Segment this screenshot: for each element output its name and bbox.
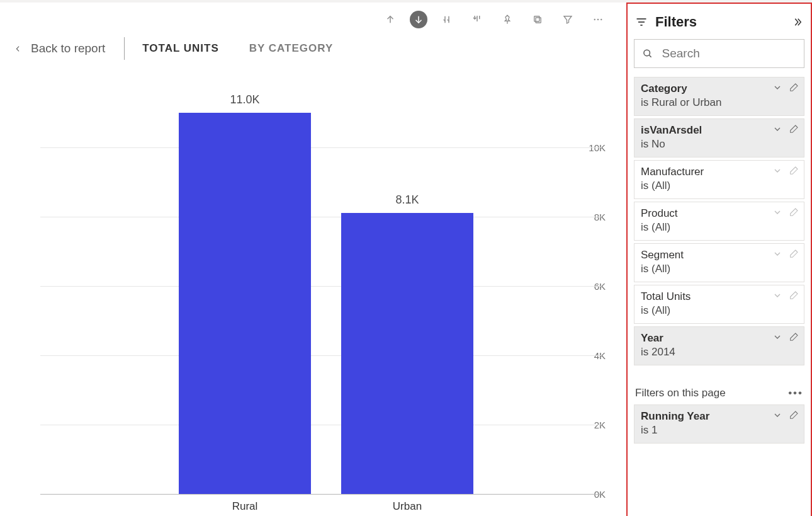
chevron-down-icon[interactable] [772,332,782,342]
chevron-down-icon[interactable] [772,410,782,420]
card-actions [772,332,799,342]
filter-value: is (All) [641,304,798,317]
eraser-icon[interactable] [789,332,799,342]
card-actions [772,83,799,93]
search-icon [642,47,653,60]
eraser-icon[interactable] [789,124,799,134]
expand-all-icon[interactable] [466,9,488,30]
page-level-filters: Running Year is 1 [634,404,804,444]
copy-visual-icon[interactable] [527,9,548,30]
filter-card-total-units[interactable]: Total Units is (All) [634,285,804,324]
card-actions [772,124,799,134]
eraser-icon[interactable] [789,207,799,217]
svg-point-2 [594,19,595,20]
more-options-icon[interactable] [587,9,609,30]
bar-label-rural: 11.0K [179,93,311,106]
bar-chart: 0K 2K 4K 6K 8K 10K 11.0K 8.1K Rura [4,73,608,514]
tab-total-units[interactable]: TOTAL UNITS [133,42,228,55]
eraser-icon[interactable] [789,410,799,420]
filter-applied-icon[interactable] [557,9,578,30]
eraser-icon[interactable] [789,83,799,93]
card-actions [772,166,799,176]
chevron-down-icon[interactable] [772,207,782,217]
card-actions [772,249,799,259]
filter-card-running-year[interactable]: Running Year is 1 [634,404,804,444]
filter-card-category[interactable]: Category is Rural or Urban [634,77,804,116]
drill-down-icon[interactable] [410,11,427,28]
plot-area: 11.0K 8.1K [40,73,602,494]
divider [124,37,125,60]
svg-point-5 [644,50,650,56]
chevron-down-icon[interactable] [772,83,782,93]
expand-next-level-icon[interactable] [436,9,458,30]
card-actions [772,410,799,420]
chevron-down-icon[interactable] [772,166,782,176]
svg-rect-1 [534,16,539,21]
filter-card-manufacturer[interactable]: Manufacturer is (All) [634,160,804,199]
chevron-left-icon [14,45,22,53]
svg-rect-0 [536,18,541,23]
eraser-icon[interactable] [789,166,799,176]
chevron-down-icon[interactable] [772,124,782,134]
page-filters-header: Filters on this page ••• [635,387,803,399]
filter-card-year[interactable]: Year is 2014 [634,326,804,365]
x-label-urban: Urban [341,500,473,513]
filter-card-segment[interactable]: Segment is (All) [634,243,804,282]
filter-value: is 2014 [641,346,798,358]
section-more-icon[interactable]: ••• [788,387,803,399]
tab-by-category[interactable]: BY CATEGORY [240,42,342,55]
filters-title: Filters [655,14,784,30]
filter-search-input[interactable] [661,46,796,61]
svg-point-3 [597,19,599,20]
x-label-rural: Rural [179,500,311,513]
chevron-down-icon[interactable] [772,249,782,259]
chevron-down-icon[interactable] [772,290,782,301]
filter-value: is 1 [641,424,798,437]
filter-value: is Rural or Urban [641,96,798,109]
gridline [40,494,602,495]
bar-urban[interactable] [341,213,473,494]
report-canvas: Back to report TOTAL UNITS BY CATEGORY 0… [0,0,812,516]
visual-header: Back to report TOTAL UNITS BY CATEGORY [14,33,342,64]
collapse-pane-icon[interactable] [792,16,803,28]
visual-toolbar [380,9,609,30]
filter-card-isvanarsdel[interactable]: isVanArsdel is No [634,118,804,158]
back-to-report-button[interactable]: Back to report [14,42,124,55]
filter-search[interactable] [634,39,804,68]
card-actions [772,207,799,217]
back-label: Back to report [31,42,105,55]
page-filters-label: Filters on this page [635,387,726,399]
bar-label-urban: 8.1K [341,193,473,207]
card-actions [772,290,799,301]
eraser-icon[interactable] [789,290,799,301]
filters-header: Filters [634,10,804,39]
filter-icon [635,16,648,28]
pin-icon[interactable] [497,9,518,30]
eraser-icon[interactable] [789,249,799,259]
visual-container: Back to report TOTAL UNITS BY CATEGORY 0… [0,3,626,516]
filter-card-product[interactable]: Product is (All) [634,202,804,241]
filter-value: is (All) [641,221,798,234]
filter-value: is (All) [641,180,798,192]
svg-point-4 [601,19,602,20]
filter-value: is No [641,138,798,151]
filters-pane: Filters Category is Rural or Urban isVan… [626,3,812,516]
bar-rural[interactable] [179,113,311,494]
filter-value: is (All) [641,263,798,275]
drill-up-icon[interactable] [380,9,401,30]
visual-level-filters: Category is Rural or Urban isVanArsdel i… [634,77,804,365]
